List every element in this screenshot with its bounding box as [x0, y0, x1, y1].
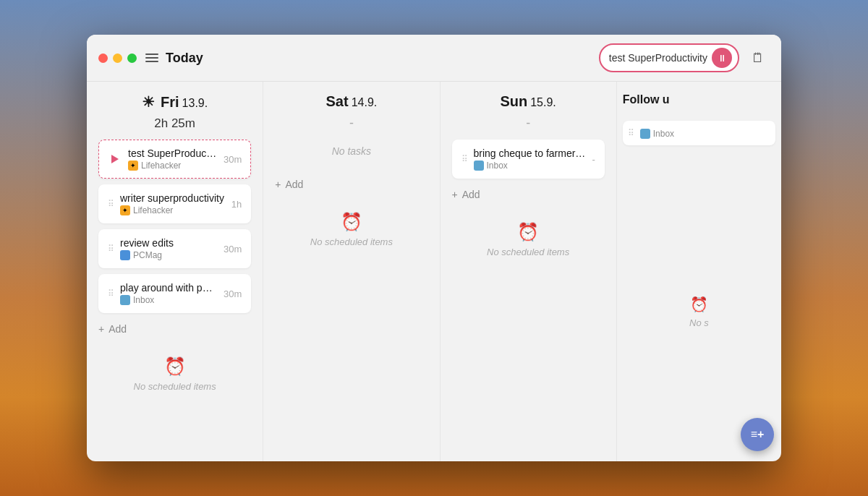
pause-icon: ⏸	[718, 53, 726, 64]
add-icon: +	[98, 323, 104, 335]
timer-task-label: test SuperProductivity	[609, 52, 707, 64]
day-header-fri: ☀ Fri 13.9.	[98, 93, 251, 111]
task-item[interactable]: test SuperProductivity ✦ Lifehacker 30m	[98, 140, 251, 179]
timer-badge[interactable]: test SuperProductivity ⏸	[599, 43, 739, 72]
task-duration: -	[592, 154, 595, 165]
add-icon: +	[452, 189, 458, 200]
task-name: writer superproductivity	[120, 192, 226, 204]
day-date-fri: 13.9.	[182, 97, 208, 110]
add-label: Add	[462, 189, 480, 200]
day-name-sat: Sat	[326, 93, 349, 110]
task-info: test SuperProductivity ✦ Lifehacker	[128, 147, 218, 171]
scheduled-section-sun: ⏰ No scheduled items	[452, 222, 605, 257]
task-info: review edits PCMag	[120, 237, 218, 260]
day-name-fri: Fri	[161, 94, 179, 111]
day-date-sat: 14.9.	[352, 96, 378, 109]
day-dash-sat: -	[275, 116, 427, 131]
header-right: test SuperProductivity ⏸ 🗒	[599, 43, 770, 72]
task-project: ✦ Lifehacker	[128, 161, 218, 171]
scheduled-section-fri: ⏰ No scheduled items	[98, 356, 251, 392]
no-scheduled-sat: No scheduled items	[310, 236, 393, 247]
task-project: Inbox	[640, 129, 770, 139]
page-title: Today	[166, 51, 599, 66]
project-icon: ✦	[128, 161, 138, 171]
day-column-sun: Sun 15.9. - ⠿ bring cheque to farmers ma…	[441, 82, 617, 461]
menu-button[interactable]	[145, 54, 158, 62]
alarm-icon: ⏰	[164, 356, 186, 377]
task-project: ✦ Lifehacker	[120, 205, 226, 215]
add-label: Add	[285, 179, 303, 190]
task-project: PCMag	[120, 250, 218, 260]
task-duration: 30m	[224, 288, 242, 299]
day-header-partial: Follow u	[623, 93, 775, 106]
day-dash-sun: -	[452, 116, 605, 131]
scheduled-section-sat: ⏰ No scheduled items	[275, 212, 427, 247]
project-icon	[474, 161, 484, 171]
task-name: test SuperProductivity	[128, 147, 218, 159]
drag-handle: ⠿	[108, 244, 114, 254]
main-content: ☀ Fri 13.9. 2h 25m test SuperProductivit…	[87, 82, 781, 461]
alarm-icon: ⏰	[341, 212, 362, 232]
project-icon	[640, 129, 650, 139]
alarm-icon-partial: ⏰	[623, 296, 775, 313]
fab-button[interactable]: ≡+	[741, 418, 774, 451]
task-item-partial[interactable]: ⠿ Inbox	[623, 121, 775, 145]
play-button[interactable]	[108, 152, 122, 166]
drag-handle: ⠿	[461, 154, 468, 164]
day-header-sun: Sun 15.9.	[452, 93, 605, 110]
notes-icon: 🗒	[752, 51, 765, 66]
task-name: review edits	[120, 237, 218, 249]
add-icon: +	[275, 179, 281, 190]
day-duration-fri: 2h 25m	[98, 116, 251, 131]
project-name: PCMag	[133, 250, 162, 260]
project-icon	[120, 250, 130, 260]
add-label: Add	[109, 323, 127, 335]
task-info: writer superproductivity ✦ Lifehacker	[120, 192, 226, 215]
add-task-button-sat[interactable]: + Add	[275, 174, 427, 194]
no-scheduled-partial: No s	[623, 317, 775, 328]
task-item[interactable]: ⠿ writer superproductivity ✦ Lifehacker …	[98, 184, 251, 223]
task-duration: 30m	[224, 154, 242, 165]
fab-icon: ≡+	[751, 428, 765, 441]
task-project: Inbox	[474, 161, 587, 171]
add-task-button-fri[interactable]: + Add	[98, 319, 251, 339]
project-name: Lifehacker	[133, 205, 173, 215]
no-scheduled-fri: No scheduled items	[134, 381, 216, 392]
notes-button[interactable]: 🗒	[746, 46, 770, 69]
task-item[interactable]: ⠿ play around with packing Inbox 30m	[98, 274, 251, 313]
task-duration: 30m	[224, 244, 242, 255]
day-name-sun: Sun	[500, 93, 527, 110]
task-item[interactable]: ⠿ bring cheque to farmers market Inbox -	[452, 140, 605, 179]
project-icon: ✦	[120, 205, 130, 215]
task-project: Inbox	[120, 295, 218, 305]
task-name: bring cheque to farmers market	[474, 147, 587, 159]
day-name-partial: Follow u	[623, 93, 670, 106]
project-name: Inbox	[133, 295, 154, 305]
project-name: Inbox	[653, 129, 674, 139]
project-name: Lifehacker	[141, 161, 181, 171]
traffic-lights	[98, 54, 137, 63]
no-scheduled-sun: No scheduled items	[487, 247, 569, 257]
day-date-sun: 15.9.	[530, 96, 556, 109]
task-name: play around with packing	[120, 282, 218, 294]
project-icon	[120, 295, 130, 305]
project-name: Inbox	[487, 161, 508, 171]
pause-button[interactable]: ⏸	[712, 48, 732, 68]
day-column-partial: Follow u ⠿ Inbox ⏰ No s	[617, 82, 781, 461]
task-item[interactable]: ⠿ review edits PCMag 30m	[98, 229, 251, 268]
task-duration: 1h	[231, 199, 242, 210]
no-tasks-sat: No tasks	[275, 140, 427, 163]
close-button[interactable]	[98, 54, 108, 63]
alarm-icon: ⏰	[517, 222, 539, 242]
task-info: play around with packing Inbox	[120, 282, 218, 305]
task-info: Inbox	[640, 127, 770, 139]
day-column-sat: Sat 14.9. - No tasks + Add ⏰ No schedule…	[263, 82, 440, 461]
sun-icon: ☀	[142, 93, 155, 111]
titlebar: Today test SuperProductivity ⏸ 🗒	[87, 35, 781, 82]
day-column-fri: ☀ Fri 13.9. 2h 25m test SuperProductivit…	[87, 82, 263, 461]
maximize-button[interactable]	[127, 54, 137, 63]
minimize-button[interactable]	[113, 54, 122, 63]
day-header-sat: Sat 14.9.	[275, 93, 427, 110]
drag-handle: ⠿	[108, 199, 114, 209]
add-task-button-sun[interactable]: + Add	[452, 184, 605, 205]
